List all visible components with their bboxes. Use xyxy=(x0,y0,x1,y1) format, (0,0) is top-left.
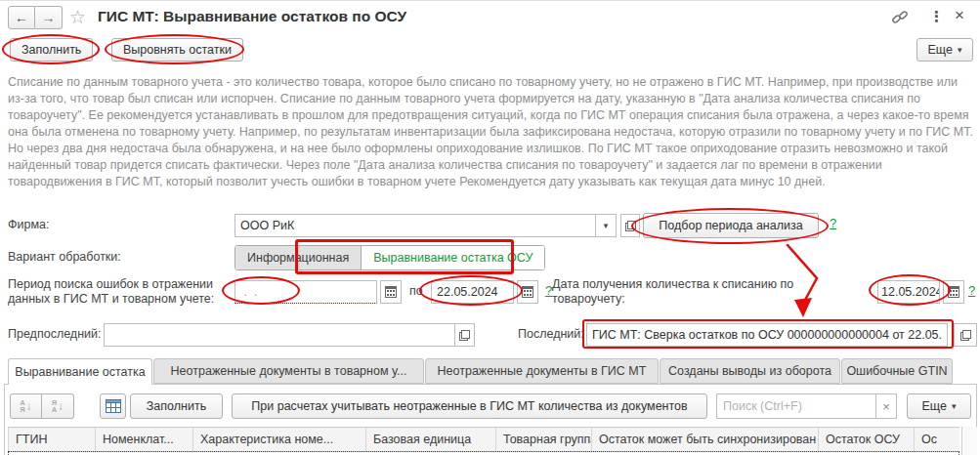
last-open-button[interactable] xyxy=(954,323,977,347)
column-header-product-group[interactable]: Товарная группа xyxy=(496,427,592,452)
period-label: Период поиска ошибок в отражении данных … xyxy=(8,277,231,307)
sort-descending-icon: ЯА ↓ xyxy=(52,399,64,413)
firm-open-button[interactable] xyxy=(620,214,640,237)
clear-x-icon: × xyxy=(882,399,890,414)
search-clear-button[interactable]: × xyxy=(875,393,897,419)
last-label: Последний: xyxy=(518,327,584,342)
variant-option-align-osu[interactable]: Выравнивание остатка ОСУ xyxy=(362,246,544,269)
firm-field[interactable]: ООО РиК ▾ xyxy=(234,214,617,237)
description-text: Списание по данным товарного учета - это… xyxy=(8,74,977,190)
table-focus-row xyxy=(8,451,959,455)
period-to-word: по xyxy=(409,284,423,299)
configure-list-button[interactable] xyxy=(100,393,126,419)
gis-mt-window: ← → ☆ ГИС МТ: Выравнивание остатков по О… xyxy=(0,0,980,455)
column-header-gtin[interactable]: ГТИН xyxy=(8,427,96,452)
firm-dropdown-button[interactable]: ▾ xyxy=(595,215,616,236)
open-icon xyxy=(960,330,971,341)
tab-align-remainder[interactable]: Выравнивание остатка xyxy=(8,358,152,385)
column-header-truncated[interactable]: Ос xyxy=(915,427,959,452)
table-grid-icon xyxy=(106,399,121,413)
more-button-label: Еще xyxy=(922,399,947,413)
chevron-down-icon: ▾ xyxy=(952,401,957,411)
firm-value: ООО РиК xyxy=(240,219,590,232)
more-button-table[interactable]: Еще ▾ xyxy=(907,393,971,419)
period-from-field[interactable]: . . xyxy=(234,280,377,304)
sort-ascending-button[interactable]: АЯ ↓ xyxy=(10,393,42,419)
calendar-icon xyxy=(948,286,959,298)
calendar-icon xyxy=(385,286,397,298)
chevron-down-icon: ▾ xyxy=(958,45,962,55)
period-from-calendar-button[interactable] xyxy=(380,280,402,304)
open-icon xyxy=(459,330,470,341)
tab-created-withdrawals[interactable]: Созданы выводы из оборота xyxy=(660,358,840,384)
penultimate-field[interactable] xyxy=(104,323,475,347)
consider-unreflected-button[interactable]: При расчетах учитывать неотраженные в ГИ… xyxy=(232,393,707,419)
tab-erroneous-gtin[interactable]: Ошибочные GTIN xyxy=(841,358,953,384)
align-remainders-button[interactable]: Выровнять остатки xyxy=(111,38,243,62)
sort-descending-button[interactable]: ЯА ↓ xyxy=(42,393,74,419)
tab-unreflected-docs-gis-mt[interactable]: Неотраженные документы в ГИС МТ xyxy=(425,358,659,384)
table-scrollbar[interactable] xyxy=(961,427,977,455)
write-off-date-label: Дата получения количества к списанию по … xyxy=(552,277,818,307)
sort-ascending-icon: АЯ ↓ xyxy=(20,399,31,413)
sort-buttons: АЯ ↓ ЯА ↓ xyxy=(10,393,74,419)
calendar-icon xyxy=(522,286,533,298)
period-to-calendar-button[interactable] xyxy=(517,280,538,304)
pick-analysis-period-button[interactable]: Подбор периода анализа xyxy=(643,213,819,238)
nav-buttons: ← → xyxy=(8,6,63,29)
write-off-date-field[interactable]: 12.05.2024 xyxy=(877,280,940,304)
back-button[interactable]: ← xyxy=(8,6,35,29)
last-field[interactable]: ГИС МТ: Сверка остатков по ОСУ 000000000… xyxy=(586,323,948,347)
table-fill-button[interactable]: Заполнить xyxy=(130,393,223,419)
column-header-base-unit[interactable]: Базовая единица xyxy=(366,427,496,452)
more-button-top[interactable]: Еще ▾ xyxy=(916,38,973,62)
help-link-write-off[interactable]: ? xyxy=(968,283,975,298)
column-header-characteristic[interactable]: Характеристика номе... xyxy=(193,427,366,452)
penultimate-label: Предпоследний: xyxy=(8,327,101,342)
more-menu-dots-icon[interactable]: ⋮ xyxy=(929,8,944,25)
chevron-down-icon: ▾ xyxy=(604,221,609,230)
column-header-can-sync[interactable]: Остаток может быть синхронизирован xyxy=(592,427,819,452)
period-to-field[interactable]: 22.05.2024 xyxy=(431,280,514,304)
penultimate-open-button[interactable] xyxy=(454,324,474,346)
forward-arrow-icon: → xyxy=(42,10,56,25)
more-button-label: Еще xyxy=(928,43,953,57)
forward-button[interactable]: → xyxy=(35,6,63,29)
variant-switch: Информационная Выравнивание остатка ОСУ xyxy=(234,245,545,270)
get-link-icon[interactable] xyxy=(891,9,909,28)
back-arrow-icon: ← xyxy=(15,10,28,25)
write-off-date-calendar-button[interactable] xyxy=(943,280,964,304)
column-header-osu-remainder[interactable]: Остаток ОСУ xyxy=(819,427,915,452)
column-header-nomenclature[interactable]: Номенклат... xyxy=(96,427,193,452)
page-title: ГИС МТ: Выравнивание остатков по ОСУ xyxy=(98,8,406,25)
close-icon[interactable]: × xyxy=(955,6,964,25)
fill-button[interactable]: Заполнить xyxy=(10,38,93,62)
favorite-star-icon[interactable]: ☆ xyxy=(69,6,86,28)
last-value: ГИС МТ: Сверка остатков по ОСУ 000000000… xyxy=(592,328,942,342)
search-input[interactable] xyxy=(716,393,876,419)
variant-label: Вариант обработки: xyxy=(8,250,121,265)
variant-option-informational[interactable]: Информационная xyxy=(235,246,362,269)
help-link-period[interactable]: ? xyxy=(830,216,836,230)
open-icon xyxy=(625,221,636,231)
firm-label: Фирма: xyxy=(8,218,49,232)
tab-unreflected-docs-inventory[interactable]: Неотраженные документы в товарном у... xyxy=(153,358,424,384)
